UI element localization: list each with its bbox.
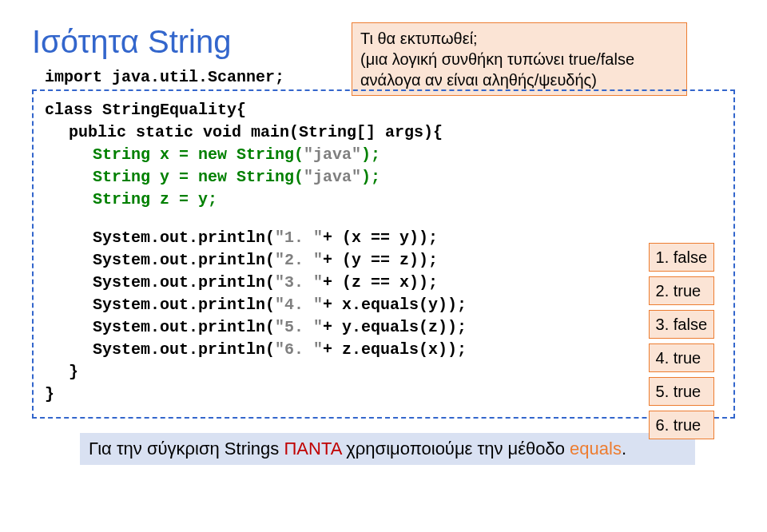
- string-literal: "4. ": [275, 296, 323, 314]
- footer-text: χρησιμοποιούμε την μέθοδο: [341, 439, 570, 459]
- keyword-new: new: [198, 145, 227, 164]
- code-text: + (z == x));: [323, 273, 438, 292]
- string-literal: "1. ": [275, 228, 323, 247]
- code-line: String y = new String("java");: [45, 166, 722, 189]
- code-text: + x.equals(y));: [323, 296, 467, 314]
- code-line: System.out.println("5. "+ y.equals(z));: [45, 316, 722, 339]
- string-literal: "6. ": [275, 340, 323, 359]
- code-line: }: [45, 383, 722, 406]
- string-literal: "5. ": [275, 318, 323, 336]
- code-text: System.out.println(: [93, 251, 275, 269]
- code-text: + z.equals(x));: [323, 340, 467, 359]
- code-text: String y =: [93, 168, 198, 186]
- footer-emphasis: ΠΑΝΤΑ: [284, 439, 341, 459]
- code-line: class StringEquality{: [45, 99, 722, 121]
- code-line: String x = new String("java");: [45, 144, 722, 166]
- string-literal: "java": [304, 168, 361, 186]
- code-line: public static void main(String[] args){: [45, 121, 722, 144]
- answer-badge: 1. false: [649, 243, 714, 272]
- string-literal: "java": [304, 145, 361, 164]
- code-text: String(: [227, 168, 304, 186]
- blank-line: [45, 211, 722, 227]
- answer-badge: 4. true: [649, 343, 714, 372]
- code-text: System.out.println(: [93, 273, 275, 292]
- code-text: + (y == z));: [323, 251, 438, 269]
- code-line: System.out.println("1. "+ (x == y));: [45, 227, 722, 249]
- code-text: String x =: [93, 145, 198, 164]
- code-text: );: [361, 168, 380, 186]
- callout-line2: (μια λογική συνθήκη τυπώνει true/false α…: [360, 49, 678, 90]
- code-line: String z = y;: [45, 189, 722, 211]
- string-literal: "2. ": [275, 251, 323, 269]
- code-text: );: [361, 145, 380, 164]
- code-text: System.out.println(: [93, 318, 275, 336]
- string-literal: "3. ": [275, 273, 323, 292]
- callout-line1: Τι θα εκτυπωθεί;: [360, 28, 678, 49]
- answer-badge: 5. true: [649, 377, 714, 406]
- code-line: System.out.println("4. "+ x.equals(y));: [45, 294, 722, 316]
- code-block: class StringEquality{ public static void…: [32, 89, 735, 419]
- callout-box: Τι θα εκτυπωθεί; (μια λογική συνθήκη τυπ…: [352, 22, 687, 96]
- code-text: System.out.println(: [93, 340, 275, 359]
- code-line: System.out.println("6. "+ z.equals(x));: [45, 339, 722, 361]
- answer-badge: 2. true: [649, 276, 714, 305]
- code-text: System.out.println(: [93, 296, 275, 314]
- footer-note: Για την σύγκριση Strings ΠΑΝΤΑ χρησιμοπο…: [80, 433, 695, 465]
- code-text: String(: [227, 145, 304, 164]
- code-line: System.out.println("3. "+ (z == x));: [45, 272, 722, 294]
- footer-text: .: [622, 439, 626, 459]
- answer-badge: 3. false: [649, 310, 714, 339]
- code-text: System.out.println(: [93, 228, 275, 247]
- code-text: + (x == y));: [323, 228, 438, 247]
- answer-badge: 6. true: [649, 411, 714, 439]
- footer-method: equals: [570, 439, 622, 459]
- footer-text: Για την σύγκριση Strings: [89, 439, 284, 459]
- code-text: + y.equals(z));: [323, 318, 467, 336]
- keyword-new: new: [198, 168, 227, 186]
- answers-column: 1. false 2. true 3. false 4. true 5. tru…: [649, 243, 714, 439]
- code-line: }: [45, 361, 722, 383]
- code-line: System.out.println("2. "+ (y == z));: [45, 249, 722, 272]
